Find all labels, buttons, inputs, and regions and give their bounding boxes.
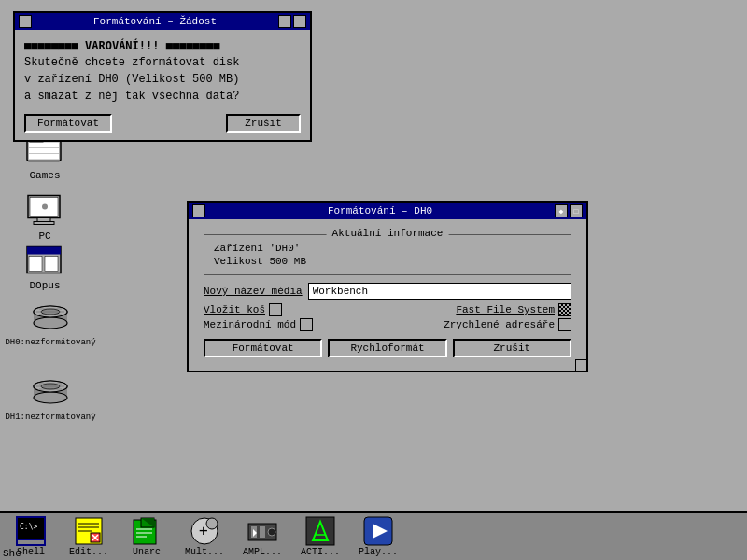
play-label: Play... — [359, 547, 398, 557]
warning-close-btn[interactable] — [19, 15, 32, 28]
warning-max-btn[interactable] — [293, 15, 306, 28]
icon-dh1[interactable]: DH1:nezformátovaný — [4, 373, 97, 422]
dh1-label: DH1:nezformátovaný — [5, 413, 95, 422]
svg-point-27 — [34, 392, 67, 403]
svg-point-19 — [34, 317, 67, 329]
warning-cancel-button[interactable]: Zrušit — [226, 114, 301, 133]
ampl-label: AMPL... — [243, 547, 282, 557]
taskbar-ampl[interactable]: AMPL... — [235, 516, 289, 557]
intl-checkbox-box[interactable] — [300, 318, 313, 331]
info-group: Aktuální informace Zařízení 'DH0' Veliko… — [204, 234, 571, 275]
acti-icon — [305, 516, 335, 546]
dh0-icon — [32, 299, 69, 336]
warning-dialog: Formátování – Žádost ■■■■■■■■ VAROVÁNÍ!!… — [13, 11, 312, 142]
warning-dialog-titlebar: Formátování – Žádost — [15, 13, 310, 30]
trash-label: Vložit koš — [204, 304, 265, 315]
format-title: Formátování – DH0 — [205, 205, 555, 217]
dir-label: Zrychlené adresáře — [444, 319, 555, 330]
dopus-icon — [26, 241, 63, 278]
edit-label: Edit... — [69, 547, 108, 557]
format-resize-handle[interactable] — [575, 359, 586, 371]
mult-label: Mult... — [185, 547, 224, 557]
format-quickformat-button[interactable]: Rychloformát — [328, 339, 446, 357]
dopus-label: DOpus — [29, 280, 60, 291]
dh1-icon — [32, 373, 69, 411]
dir-checkbox-box[interactable] — [558, 318, 571, 331]
ffs-checkbox[interactable]: Fast File System — [456, 303, 571, 316]
unarc-icon — [132, 516, 162, 546]
pc-icon — [26, 191, 63, 229]
warning-title: Formátování – Žádost — [32, 16, 278, 27]
mult-icon: + — [190, 516, 219, 546]
checkbox-row2: Mezinárodní mód Zrychlené adresáře — [204, 318, 571, 331]
svg-point-52 — [206, 518, 218, 529]
svg-rect-55 — [260, 526, 265, 538]
svg-point-56 — [268, 528, 275, 536]
media-name-row: Nový název média — [204, 283, 571, 300]
shell-icon: C:\> — [16, 516, 46, 546]
taskbar-acti[interactable]: ACTI... — [293, 516, 347, 557]
taskbar-edit[interactable]: Edit... — [62, 516, 116, 557]
svg-text:C:\>: C:\> — [20, 523, 37, 531]
svg-rect-14 — [27, 247, 61, 255]
format-cancel-button[interactable]: Zrušit — [453, 339, 571, 357]
media-name-input[interactable] — [308, 283, 571, 300]
warning-format-button[interactable]: Formátovat — [24, 114, 112, 133]
checkbox-row1: Vložit koš Fast File System — [204, 303, 571, 316]
ffs-label: Fast File System — [456, 304, 555, 315]
format-buttons: Formátovat Rychloformát Zrušit — [204, 339, 571, 357]
format-close-btn[interactable] — [192, 204, 205, 217]
format-content: Aktuální informace Zařízení 'DH0' Veliko… — [189, 219, 586, 371]
intl-checkbox[interactable]: Mezinárodní mód — [204, 318, 313, 331]
format-titlebar: Formátování – DH0 ◆ □ — [189, 203, 586, 219]
ampl-icon — [247, 516, 277, 546]
taskbar: C:\> Shell Edit... Unarc — [0, 511, 747, 560]
svg-point-12 — [42, 204, 48, 210]
device-info: Zařízení 'DH0' — [214, 243, 561, 254]
warning-content: ■■■■■■■■ VAROVÁNÍ!!! ■■■■■■■■ Skutečně c… — [15, 30, 310, 110]
games-label: Games — [29, 170, 60, 181]
taskbar-unarc[interactable]: Unarc — [120, 516, 174, 557]
dir-checkbox[interactable]: Zrychlené adresáře — [444, 318, 571, 331]
format-depth-btn[interactable]: ◆ — [555, 204, 568, 217]
svg-rect-10 — [37, 218, 50, 222]
taskbar-mult[interactable]: + Mult... — [177, 516, 232, 557]
taskbar-play[interactable]: Play... — [351, 516, 405, 557]
svg-rect-36 — [18, 540, 44, 544]
intl-label: Mezinárodní mód — [204, 319, 296, 330]
bottom-text: She — [0, 547, 24, 560]
format-format-button[interactable]: Formátovat — [204, 339, 322, 357]
format-zoom-btn[interactable]: □ — [570, 204, 583, 217]
svg-rect-15 — [29, 257, 42, 272]
ffs-checkbox-box[interactable] — [558, 303, 571, 316]
icon-dopus[interactable]: DOpus — [7, 241, 82, 291]
trash-checkbox-box[interactable] — [269, 303, 282, 316]
warning-min-btn[interactable] — [278, 15, 291, 28]
warning-msg1: Skutečně chcete zformátovat disk — [24, 54, 301, 71]
warning-heading: ■■■■■■■■ VAROVÁNÍ!!! ■■■■■■■■ — [24, 37, 301, 54]
size-info: Velikost 500 MB — [214, 256, 561, 267]
warning-msg3: a smazat z něj tak všechna data? — [24, 88, 301, 105]
svg-rect-5 — [29, 143, 59, 160]
icon-pc[interactable]: PC — [7, 191, 82, 242]
format-window: Formátování – DH0 ◆ □ Aktuální informace… — [187, 201, 588, 372]
media-name-label: Nový název média — [204, 286, 303, 297]
svg-rect-11 — [34, 222, 54, 225]
acti-label: ACTI... — [301, 547, 340, 557]
info-group-title: Aktuální informace — [327, 228, 449, 239]
play-icon — [363, 516, 393, 546]
unarc-label: Unarc — [133, 547, 161, 557]
icon-dh0[interactable]: DH0:nezformátovaný — [4, 299, 97, 347]
trash-checkbox[interactable]: Vložit koš — [204, 303, 282, 316]
edit-icon — [74, 516, 104, 546]
warning-buttons: Formátovat Zrušit — [15, 110, 310, 140]
svg-rect-16 — [45, 257, 58, 272]
warning-msg2: v zařízení DH0 (Velikost 500 MB) — [24, 71, 301, 88]
dh0-label: DH0:nezformátovaný — [5, 338, 95, 347]
